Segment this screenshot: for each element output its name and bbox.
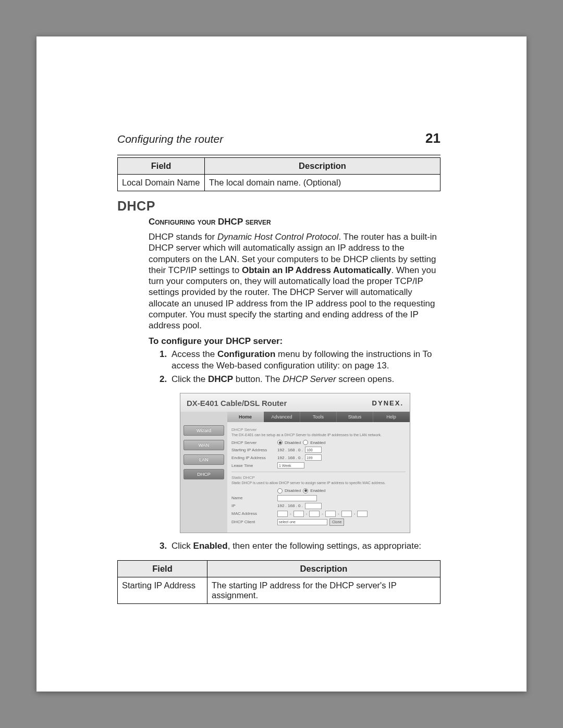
panel-divider (231, 472, 406, 472)
para-italic-term: Dynamic Host Control Protocol (217, 232, 338, 242)
row-dhcp-client: DHCP Client select one Clone (231, 519, 406, 526)
lease-time-select[interactable]: 1 Week (277, 462, 304, 468)
header-rule (117, 155, 440, 155)
router-sidebar: Wizard WAN LAN DHCP (180, 412, 227, 533)
clone-button[interactable]: Clone (329, 519, 344, 526)
val-dhcp-client: select one Clone (277, 519, 344, 526)
val-ip: 192 . 168 . 0 . (277, 503, 322, 509)
radio-static-enabled[interactable] (303, 488, 308, 493)
router-header: DX-E401 Cable/DSL Router DYNEX. (180, 393, 410, 412)
radio-disabled[interactable] (277, 440, 283, 445)
router-screenshot: DX-E401 Cable/DSL Router DYNEX. Wizard W… (180, 393, 410, 533)
step-bold: Configuration (217, 349, 275, 359)
val-name (277, 495, 317, 501)
start-ip-input[interactable]: 100 (305, 447, 322, 453)
mac-input-2[interactable] (293, 511, 304, 517)
sidebar-item-lan[interactable]: LAN (183, 454, 224, 465)
row-end-ip: Ending IP Address 192 . 168 . 0 . 199 (231, 454, 406, 461)
dhcp-paragraph: DHCP stands for Dynamic Host Control Pro… (149, 231, 440, 331)
router-tabbar: Home Advanced Tools Status Help (227, 412, 410, 422)
lbl-mac: MAC Address (231, 511, 274, 516)
page-number: 21 (425, 130, 440, 146)
end-ip-input[interactable]: 199 (305, 454, 322, 461)
start-ip-prefix: 192 . 168 . 0 . (277, 448, 303, 452)
para-bold-obtain: Obtain an IP Address Automatically (242, 265, 391, 275)
lbl-name: Name (231, 496, 274, 500)
table-row: Starting IP Address The starting IP addr… (118, 577, 440, 604)
to-configure-label: To configure your DHCP server: (149, 336, 440, 347)
panel-section-static-dhcp: Static DHCP (231, 475, 406, 480)
th-description: Description (205, 158, 440, 175)
section-heading-dhcp: DHCP (117, 199, 440, 214)
dhcp-client-select[interactable]: select one (277, 519, 327, 525)
mac-input-6[interactable] (357, 511, 368, 517)
tab-home[interactable]: Home (227, 412, 264, 422)
step-text: Click the (172, 374, 208, 384)
radio-static-disabled-label: Disabled (285, 488, 301, 493)
radio-static-enabled-label: Enabled (310, 488, 325, 493)
lbl-dhcp-client: DHCP Client (231, 520, 274, 524)
row-start-ip: Starting IP Address 192 . 168 . 0 . 100 (231, 447, 406, 453)
step-bold: Enabled (193, 541, 228, 551)
panel-desc-static: Static DHCP is used to allow DHCP server… (231, 481, 406, 485)
step-text: button. The (233, 374, 283, 384)
panel-desc-dhcp: The DX-E401 can be setup as a DHCP Serve… (231, 433, 406, 437)
row-name: Name (231, 495, 406, 501)
router-brand: DYNEX. (372, 399, 403, 407)
ip-prefix: 192 . 168 . 0 . (277, 503, 303, 508)
mac-input-4[interactable] (325, 511, 336, 517)
running-header-title: Configuring the router (117, 133, 223, 145)
sidebar-item-wan[interactable]: WAN (183, 440, 224, 450)
page: Configuring the router 21 Field Descript… (36, 36, 527, 692)
ip-input[interactable] (305, 503, 322, 509)
step-italic: DHCP Server (283, 374, 336, 384)
th-field: Field (118, 158, 205, 175)
tab-tools[interactable]: Tools (300, 412, 337, 422)
cell-description: The local domain name. (Optional) (205, 175, 440, 191)
val-mac: - - - - - (277, 511, 368, 517)
content-area: Configuring the router 21 Field Descript… (117, 130, 440, 604)
field-description-table-2: Field Description Starting IP Address Th… (117, 560, 440, 604)
lbl-lease-time: Lease Time (231, 463, 274, 468)
panel-section-dhcp-server: DHCP Server (231, 427, 406, 432)
table-header-row: Field Description (118, 561, 440, 577)
name-input[interactable] (277, 495, 317, 501)
mac-input-5[interactable] (341, 511, 352, 517)
step-3: Click Enabled, then enter the following … (169, 540, 440, 552)
mac-input-1[interactable] (277, 511, 288, 517)
tab-status[interactable]: Status (337, 412, 373, 422)
step-1: Access the Configuration menu by followi… (169, 349, 440, 372)
tab-help[interactable]: Help (373, 412, 410, 422)
row-dhcp-server: DHCP Server Disabled Enabled (231, 440, 406, 445)
radio-enabled[interactable] (303, 440, 308, 445)
mac-input-3[interactable] (309, 511, 320, 517)
cell-description: The starting IP address for the DHCP ser… (207, 577, 440, 604)
lbl-dhcp-server: DHCP Server (231, 440, 274, 445)
sidebar-item-wizard[interactable]: Wizard (183, 425, 224, 436)
table-row: Local Domain Name The local domain name.… (118, 175, 440, 191)
running-header: Configuring the router 21 (117, 130, 440, 146)
steps-list-cont: Click Enabled, then enter the following … (169, 540, 440, 552)
lbl-end-ip: Ending IP Address (231, 455, 274, 460)
radio-static-disabled[interactable] (277, 488, 283, 493)
val-static-enable: Disabled Enabled (277, 488, 326, 493)
field-description-table-1: Field Description Local Domain Name The … (117, 157, 440, 191)
router-title: DX-E401 Cable/DSL Router (187, 399, 287, 408)
step-text: Access the (172, 349, 217, 359)
steps-list: Access the Configuration menu by followi… (169, 349, 440, 385)
val-lease-time: 1 Week (277, 462, 304, 468)
row-ip: IP 192 . 168 . 0 . (231, 503, 406, 509)
tab-advanced[interactable]: Advanced (264, 412, 300, 422)
radio-enabled-label: Enabled (310, 440, 325, 445)
step-bold: DHCP (208, 374, 233, 384)
router-main: Home Advanced Tools Status Help DHCP Ser… (227, 412, 410, 533)
row-lease-time: Lease Time 1 Week (231, 462, 406, 468)
lbl-start-ip: Starting IP Address (231, 448, 274, 452)
step-2: Click the DHCP button. The DHCP Server s… (169, 374, 440, 385)
router-body: Wizard WAN LAN DHCP Home Advanced Tools … (180, 412, 410, 533)
sidebar-item-dhcp[interactable]: DHCP (183, 469, 224, 479)
step-text: screen opens. (336, 374, 395, 384)
val-start-ip: 192 . 168 . 0 . 100 (277, 447, 322, 453)
end-ip-prefix: 192 . 168 . 0 . (277, 455, 303, 460)
table-header-row: Field Description (118, 158, 440, 175)
